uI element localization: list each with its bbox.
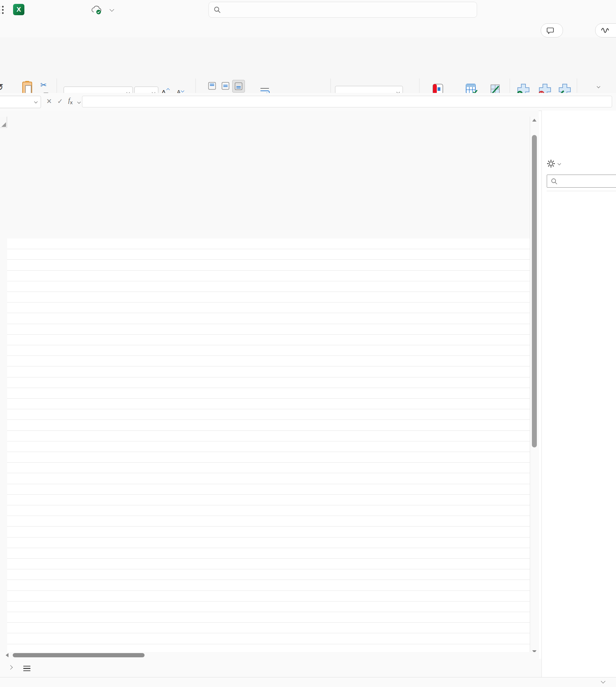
- app-launcher-icon[interactable]: [0, 5, 6, 15]
- title-dropdown-chevron-icon[interactable]: [110, 7, 114, 12]
- confirm-entry-icon[interactable]: ✓: [57, 97, 63, 105]
- status-bar: [0, 677, 616, 687]
- fields-list: [547, 191, 616, 191]
- excel-logo-icon[interactable]: X: [13, 4, 24, 15]
- scroll-up-icon[interactable]: [532, 119, 536, 122]
- cancel-entry-icon[interactable]: ✕: [46, 97, 52, 105]
- align-middle-button[interactable]: [219, 80, 231, 92]
- align-bottom-button[interactable]: [232, 80, 245, 93]
- activity-waveform-icon: [601, 27, 611, 34]
- align-top-button[interactable]: [206, 80, 218, 92]
- scroll-left-icon[interactable]: [6, 653, 8, 657]
- vertical-scrollbar-thumb[interactable]: [532, 135, 537, 447]
- pivot-fields-panel: [541, 111, 616, 677]
- sheet-tab-bar: [0, 659, 616, 677]
- insert-function-icon[interactable]: fx: [68, 97, 73, 105]
- status-bar-chevron-icon[interactable]: [601, 679, 605, 683]
- formula-input[interactable]: [82, 96, 612, 107]
- fields-search-input[interactable]: [547, 175, 616, 188]
- select-all-corner[interactable]: [0, 117, 7, 128]
- horizontal-scrollbar[interactable]: [0, 652, 539, 659]
- search-icon: [214, 6, 221, 13]
- autosum-chevron-icon[interactable]: [597, 85, 600, 88]
- spreadsheet-grid: [0, 111, 539, 652]
- sheet-nav-chevron-icon[interactable]: [8, 665, 13, 670]
- cells-area[interactable]: [7, 239, 530, 687]
- comments-icon: [547, 27, 554, 34]
- title-bar: X: [0, 0, 616, 20]
- name-box-chevron-icon: [34, 100, 38, 104]
- cloud-saved-icon: [90, 5, 102, 15]
- horizontal-scrollbar-thumb[interactable]: [13, 653, 145, 657]
- formula-bar: ✕ ✓ fx: [0, 93, 616, 111]
- search-icon: [551, 178, 557, 184]
- undo-icon[interactable]: ↺: [0, 82, 4, 93]
- gear-icon[interactable]: [547, 159, 555, 168]
- menu-bar: [0, 20, 616, 37]
- fx-chevron-icon: [77, 100, 81, 104]
- gear-chevron-icon[interactable]: [558, 162, 561, 165]
- vertical-scrollbar[interactable]: [530, 117, 539, 658]
- catch-up-button[interactable]: [595, 23, 616, 37]
- global-search-input[interactable]: [209, 2, 477, 18]
- sheet-list-menu-icon[interactable]: [23, 664, 30, 673]
- name-box[interactable]: [0, 96, 41, 108]
- ribbon: ↺ ↻ ✂ A A A: [0, 37, 616, 93]
- comments-button[interactable]: [541, 23, 563, 37]
- select-all-triangle-icon: [1, 122, 6, 127]
- cut-icon[interactable]: ✂: [40, 81, 47, 90]
